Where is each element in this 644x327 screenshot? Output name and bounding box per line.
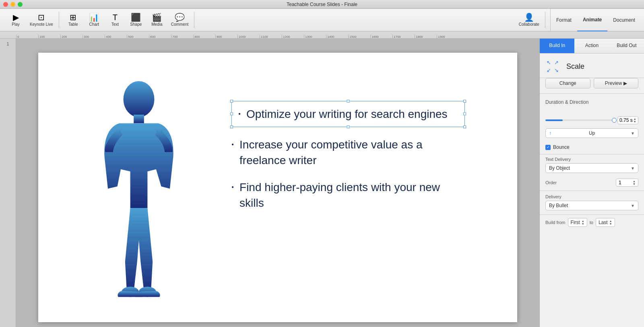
- order-increment[interactable]: ▲: [633, 180, 636, 183]
- build-in-tab[interactable]: Build In: [540, 39, 574, 53]
- ruler: 0 100 200 300 400 500 600 700 800 900 10…: [0, 31, 644, 39]
- preview-button[interactable]: Preview ▶: [594, 78, 639, 88]
- animation-type-label: Scale: [566, 62, 584, 71]
- selection-handle-tm[interactable]: [347, 100, 350, 103]
- left-sidebar: 1: [0, 39, 16, 327]
- play-icon: ▶: [13, 13, 19, 21]
- bounce-label: Bounce: [553, 144, 570, 150]
- comment-icon: 💬: [175, 13, 185, 21]
- minimize-button[interactable]: [10, 2, 15, 7]
- delivery-select[interactable]: By Bullet ▼: [545, 201, 638, 210]
- ruler-mark: 1900: [437, 35, 459, 38]
- table-button[interactable]: ⊞ Table: [63, 12, 83, 28]
- duration-increment[interactable]: ▲: [634, 117, 636, 120]
- selection-handle-bl[interactable]: [230, 125, 233, 128]
- svg-point-0: [124, 81, 155, 117]
- text-delivery-label: Text Delivery: [545, 157, 638, 162]
- selection-handle-tl[interactable]: [230, 100, 233, 103]
- build-from-start-spinner[interactable]: ▲ ▼: [582, 220, 584, 225]
- selection-handle-ml[interactable]: [230, 113, 233, 115]
- build-out-tab[interactable]: Build Out: [609, 39, 644, 53]
- order-spinner[interactable]: ▲ ▼: [633, 180, 636, 185]
- shape-button[interactable]: ⬛ Shape: [126, 12, 146, 28]
- selection-handle-bm[interactable]: [347, 125, 350, 128]
- keynote-live-icon: ⊡: [38, 13, 45, 21]
- ruler-mark: 200: [60, 35, 83, 38]
- svg-rect-1: [134, 115, 144, 123]
- collaborate-icon: 👤: [524, 13, 534, 21]
- playback-group: ▶ Play ⊡ Keynote Live: [3, 12, 59, 28]
- build-from-end: Last: [599, 220, 608, 225]
- order-value: 1: [619, 180, 621, 185]
- selection-handle-br[interactable]: [463, 125, 466, 128]
- comment-button[interactable]: 💬 Comment: [168, 12, 192, 28]
- bullet-item-2[interactable]: ● Increase your competitive value as a f…: [231, 135, 465, 170]
- bullet-text-1: ● Optimize your writing for search engin…: [238, 106, 458, 122]
- ruler-mark: 0: [16, 35, 38, 38]
- chart-icon: 📊: [89, 13, 99, 21]
- delivery-section: Delivery By Bullet ▼: [540, 191, 644, 215]
- bounce-checkbox[interactable]: [545, 145, 551, 150]
- bullet-dot-2: ●: [231, 142, 234, 147]
- scale-icon: ↖ ↗ ↙ ↘: [545, 59, 560, 74]
- order-label: Order: [545, 180, 557, 185]
- direction-arrow-icon: ↑: [549, 130, 551, 136]
- text-button[interactable]: T Text: [105, 12, 125, 28]
- ruler-mark: 700: [171, 35, 193, 38]
- ruler-marks: 0 100 200 300 400 500 600 700 800 900 10…: [16, 31, 459, 38]
- canvas-area[interactable]: ● Optimize your writing for search engin…: [16, 39, 539, 327]
- ruler-mark: 300: [83, 35, 105, 38]
- build-start-increment[interactable]: ▲: [582, 220, 584, 222]
- animate-tab[interactable]: Animate: [577, 9, 607, 31]
- selection-handle-tr[interactable]: [463, 100, 466, 103]
- order-row: Order 1 ▲ ▼: [540, 176, 644, 191]
- format-tab[interactable]: Format: [551, 9, 577, 31]
- duration-slider[interactable]: [545, 119, 614, 121]
- build-start-decrement[interactable]: ▼: [582, 222, 584, 225]
- chart-button[interactable]: 📊 Chart: [84, 12, 104, 28]
- order-input[interactable]: 1 ▲ ▼: [616, 179, 638, 187]
- order-decrement[interactable]: ▼: [633, 183, 636, 185]
- duration-decrement[interactable]: ▼: [634, 120, 636, 123]
- build-from-end-select[interactable]: Last ▲ ▼: [596, 218, 615, 227]
- document-tab[interactable]: Document: [607, 9, 641, 31]
- insert-group: ⊞ Table 📊 Chart T Text ⬛ Shape 🎬 Media 💬…: [61, 12, 194, 28]
- action-tab[interactable]: Action: [574, 39, 609, 53]
- scale-arrow-tr: ↗: [553, 59, 560, 66]
- media-button[interactable]: 🎬 Media: [147, 12, 167, 28]
- delivery-label: Delivery: [545, 194, 638, 199]
- maximize-button[interactable]: [18, 2, 23, 7]
- ruler-mark: 1100: [260, 35, 282, 38]
- play-button[interactable]: ▶ Play: [6, 12, 26, 28]
- keynote-live-button[interactable]: ⊡ Keynote Live: [27, 12, 56, 28]
- close-button[interactable]: [3, 2, 8, 7]
- ruler-mark: 1700: [392, 35, 415, 38]
- duration-section: Duration & Direction: [540, 94, 644, 112]
- change-button[interactable]: Change: [545, 78, 590, 88]
- scale-arrow-br: ↘: [553, 67, 560, 74]
- bullet-item-3[interactable]: ● Find higher-paying clients with your n…: [231, 178, 465, 212]
- build-from-start-select[interactable]: First ▲ ▼: [568, 218, 587, 227]
- text-delivery-chevron-icon: ▼: [631, 166, 635, 171]
- build-from-label: Build from: [545, 220, 566, 225]
- chevron-down-icon: ▼: [631, 131, 635, 136]
- text-delivery-select[interactable]: By Object ▼: [545, 163, 638, 173]
- text-delivery-value: By Object: [549, 165, 570, 171]
- slider-thumb[interactable]: [612, 118, 617, 123]
- build-end-increment[interactable]: ▲: [609, 220, 612, 222]
- toolbar: ▶ Play ⊡ Keynote Live ⊞ Table 📊 Chart T …: [0, 9, 644, 31]
- bounce-row: Bounce: [540, 142, 644, 154]
- slide-canvas: ● Optimize your writing for search engin…: [38, 53, 517, 322]
- duration-spinner[interactable]: ▲ ▼: [634, 117, 636, 123]
- selection-handle-mr[interactable]: [463, 113, 466, 115]
- bullet-item-selected[interactable]: ● Optimize your writing for search engin…: [231, 101, 465, 127]
- ruler-mark: 1200: [282, 35, 304, 38]
- delivery-chevron-icon: ▼: [631, 204, 635, 208]
- direction-select[interactable]: ↑ Up ▼: [545, 128, 638, 138]
- ruler-mark: 1500: [348, 35, 370, 38]
- build-end-spinner[interactable]: ▲ ▼: [609, 220, 612, 225]
- ruler-mark: 1800: [415, 35, 437, 38]
- build-end-decrement[interactable]: ▼: [609, 222, 612, 225]
- collaborate-button[interactable]: 👤 Collaborate: [516, 12, 543, 28]
- ruler-mark: 900: [215, 35, 237, 38]
